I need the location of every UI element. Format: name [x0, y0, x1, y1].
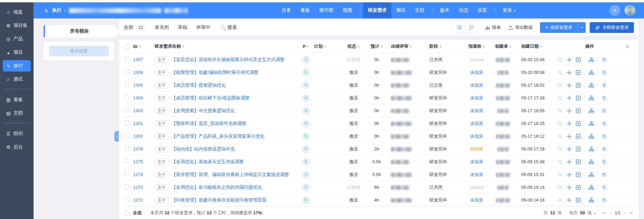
user-avatar[interactable] — [625, 5, 635, 16]
preview-op-icon[interactable] — [557, 159, 563, 165]
assignee-link[interactable]: 未指派 — [464, 95, 490, 101]
sidebar-item[interactable]: 产品 — [3, 33, 31, 45]
org-chart-op-icon[interactable] — [589, 108, 594, 114]
all-modules-ribbon[interactable]: 所有模块 — [44, 25, 114, 37]
sort-icon[interactable] — [381, 45, 383, 48]
breadcrumb-app-label[interactable]: 执行 — [52, 7, 61, 13]
sort-icon[interactable] — [439, 45, 441, 48]
split-op-icon[interactable] — [602, 57, 607, 62]
preview-op-icon[interactable] — [557, 146, 563, 152]
sidebar-item[interactable]: 地盘 — [3, 6, 31, 18]
top-nav-item[interactable]: 版本 — [435, 2, 454, 18]
export-button[interactable]: 导出数据 — [508, 25, 533, 31]
requirement-id[interactable]: 1273 — [133, 185, 155, 190]
create-subtask-op-icon[interactable] — [576, 121, 581, 126]
requirement-id[interactable]: 1272 — [133, 198, 155, 203]
org-chart-op-icon[interactable] — [589, 57, 594, 62]
sort-icon[interactable] — [324, 45, 326, 48]
split-op-icon[interactable] — [602, 185, 607, 190]
top-nav-item[interactable]: 看板 — [296, 2, 315, 18]
requirement-title[interactable]: 【权限管理】创建/编辑权限时展示样式调整 — [171, 70, 259, 76]
preview-op-icon[interactable] — [557, 70, 563, 75]
row-checkbox[interactable] — [124, 108, 129, 113]
select-all-checkbox[interactable] — [124, 44, 129, 49]
sidebar-item[interactable]: 文档 — [3, 107, 31, 119]
create-requirement-button[interactable]: + 提研发需求 — [540, 22, 578, 33]
per-page-caret-icon[interactable]: ▴ — [594, 211, 596, 215]
sort-icon[interactable] — [509, 45, 512, 48]
add-op-icon[interactable] — [567, 83, 572, 88]
link-requirement-button[interactable]: 关联研发需求 — [590, 22, 634, 33]
column-settings-icon[interactable]: ⚙ — [622, 44, 633, 49]
report-button[interactable]: 报表 — [485, 25, 501, 31]
row-checkbox[interactable] — [124, 57, 129, 61]
add-op-icon[interactable] — [567, 108, 572, 114]
row-checkbox[interactable] — [124, 95, 129, 100]
sort-icon[interactable] — [483, 45, 485, 48]
sort-icon[interactable] — [358, 45, 360, 48]
add-op-icon[interactable] — [567, 95, 572, 101]
display-settings-button[interactable]: 显示设置 — [49, 46, 109, 56]
filter-tab[interactable]: 全部 12 — [124, 25, 146, 31]
select-all-control[interactable]: 全选 — [125, 210, 142, 216]
add-op-icon[interactable] — [567, 185, 572, 190]
create-subtask-op-icon[interactable] — [576, 57, 581, 62]
requirement-title[interactable]: 【站内信】站内信推送逻辑补充 — [171, 146, 235, 152]
sidebar-item[interactable]: 项目 — [3, 47, 31, 58]
top-nav-item[interactable]: 研发需求 — [363, 2, 391, 18]
create-subtask-op-icon[interactable] — [576, 108, 581, 114]
create-subtask-op-icon[interactable] — [576, 146, 581, 152]
org-chart-op-icon[interactable] — [589, 121, 594, 126]
create-subtask-op-icon[interactable] — [576, 198, 581, 203]
requirement-title[interactable]: 【全局优化】表格表头交互色值调整 — [171, 159, 244, 165]
top-nav-item[interactable]: 更多 ▾ — [498, 2, 520, 18]
split-op-icon[interactable] — [602, 121, 607, 126]
split-op-icon[interactable] — [602, 172, 607, 177]
requirement-id[interactable]: 1301 — [133, 121, 155, 126]
first-page-icon[interactable]: ⇤ — [602, 210, 607, 215]
row-checkbox[interactable] — [124, 82, 129, 87]
requirement-id[interactable]: 1304 — [133, 95, 155, 100]
add-op-icon[interactable] — [567, 134, 572, 139]
split-op-icon[interactable] — [602, 108, 607, 114]
split-op-icon[interactable] — [602, 70, 607, 75]
requirement-id[interactable]: 1275 — [133, 159, 155, 164]
assignee-link[interactable]: 未指派 — [464, 82, 490, 88]
per-page-count[interactable]: 50 — [580, 210, 585, 215]
split-op-icon[interactable] — [602, 198, 607, 203]
row-checkbox[interactable] — [124, 133, 129, 138]
requirement-title[interactable]: 【成员管理】搜索逻辑优化 — [171, 82, 226, 88]
requirement-title[interactable]: 【首页优化】添加组件右侧抽屉展示样式及交互方式调整 — [171, 57, 285, 63]
filter-tab[interactable]: 草稿 — [178, 25, 187, 31]
sidebar-item[interactable]: 看板 — [3, 94, 31, 105]
preview-op-icon[interactable] — [557, 83, 563, 88]
requirement-title[interactable]: 【全局优化】各功能模块之间的间隔问题优化 — [171, 184, 262, 190]
requirement-id[interactable]: 1274 — [133, 172, 155, 177]
sort-icon[interactable] — [182, 45, 184, 48]
collapse-panel-handle[interactable]: ‹ — [114, 131, 119, 142]
row-checkbox[interactable] — [124, 184, 129, 189]
requirement-id[interactable]: 1306 — [133, 70, 155, 75]
add-op-icon[interactable] — [567, 198, 572, 203]
assignee-link[interactable]: 未指派 — [464, 159, 490, 165]
split-op-icon[interactable] — [602, 95, 607, 101]
requirement-id[interactable]: 1303 — [133, 108, 155, 113]
add-op-icon[interactable] — [567, 121, 572, 126]
create-subtask-op-icon[interactable] — [576, 70, 581, 75]
assignee-link[interactable]: 未指派 — [464, 108, 490, 114]
preview-op-icon[interactable] — [557, 185, 563, 190]
split-op-icon[interactable] — [602, 134, 607, 139]
row-checkbox[interactable] — [124, 146, 129, 151]
add-op-icon[interactable] — [567, 172, 572, 177]
global-add-button[interactable]: + — [609, 5, 620, 16]
sort-icon[interactable] — [540, 45, 542, 48]
preview-op-icon[interactable] — [557, 134, 563, 139]
next-page-icon[interactable]: › — [623, 210, 626, 215]
split-op-icon[interactable] — [602, 146, 607, 152]
top-nav-item[interactable]: 视图 — [338, 2, 357, 18]
org-chart-op-icon[interactable] — [589, 172, 594, 177]
filter-tab[interactable]: 未关闭 — [155, 25, 169, 31]
top-nav-item[interactable]: 设置 — [473, 2, 492, 18]
requirement-title[interactable]: 【成员管理】组织树下拉/收起图标调整 — [171, 95, 250, 101]
create-subtask-op-icon[interactable] — [576, 83, 581, 88]
